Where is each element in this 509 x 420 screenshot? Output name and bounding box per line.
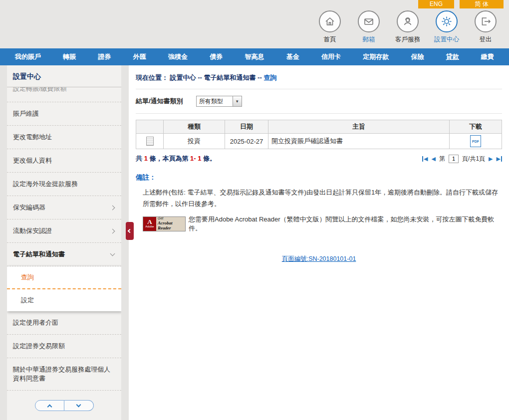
page-id: 頁面編號:SN-20180101-01 (282, 255, 356, 262)
sidebar-item-security-token[interactable]: 保安編碼器 (7, 196, 121, 219)
customer-service-label: 客戶服務 (395, 35, 420, 44)
nav-item-fx[interactable]: 外匯 (133, 52, 146, 61)
page-id-row: 頁面編號:SN-20180101-01 (136, 254, 502, 263)
date-cell: 2025-02-27 (225, 134, 268, 149)
nav-item-bonds[interactable]: 債券 (210, 52, 223, 61)
dropdown-arrow-icon[interactable]: ▼ (233, 96, 242, 106)
language-english-button[interactable]: ENG (418, 0, 454, 8)
record-range: 1- 1 (190, 155, 201, 162)
breadcrumb-text: 現在位置： 設置中心 -- 電子結單和通知書 -- (136, 74, 263, 81)
nav-item-my-accounts[interactable]: 我的賬戶 (15, 52, 41, 61)
adobe-logo: A Adobe (143, 217, 156, 231)
summary-row: 共 1 條，本頁為第 1- 1 條。 ◀ ◀ 第 頁/共1頁 ▶ ▶ (136, 154, 502, 163)
submenu-item-enquiry[interactable]: 查詢 (7, 266, 121, 289)
logout-icon-circle (475, 10, 497, 32)
statement-type-label: 結單/通知書類別 (136, 97, 183, 106)
nav-item-securities[interactable]: 證券 (98, 52, 111, 61)
next-page-icon[interactable]: ▶ (489, 156, 493, 162)
language-simplified-button[interactable]: 简 体 (460, 0, 504, 8)
chevron-left-icon (128, 229, 132, 233)
chevron-right-icon (110, 228, 115, 233)
pagination: ◀ ◀ 第 頁/共1頁 ▶ ▶ (422, 155, 502, 163)
adobe-instruction-text: 您需要用Adobe Acrobat Reader（繁體中文版）閱覽以上的文件檔案… (189, 215, 502, 233)
breadcrumb: 現在位置： 設置中心 -- 電子結單和通知書 -- 查詢 (136, 65, 502, 82)
last-page-icon[interactable]: ▶ (497, 156, 502, 162)
page-number-input[interactable] (449, 155, 459, 163)
sidebar-item-ui-settings[interactable]: 設定使用者介面 (7, 311, 121, 335)
nav-item-mpf[interactable]: 強積金 (168, 52, 188, 61)
sidebar-item-mobile-authentication[interactable]: 流動保安認證 (7, 219, 121, 243)
home-label: 首頁 (324, 35, 336, 44)
chevron-right-icon (110, 205, 115, 210)
nav-item-credit-card[interactable]: 信用卡 (321, 52, 341, 61)
mailbox-icon-circle (358, 10, 380, 32)
divider (136, 89, 502, 89)
sidebar-scroll-down-button[interactable] (64, 400, 94, 411)
sidebar-item-account-maintenance[interactable]: 賬戶維護 (7, 102, 121, 126)
statement-table: 種類 日期 主旨 下載 投資 2025-02-27 開立投資賬戶確認通知書 PD… (136, 120, 502, 149)
sidebar-item-change-email[interactable]: 更改電郵地址 (7, 126, 121, 149)
customer-service-icon-circle (397, 10, 419, 32)
home-nav-item[interactable]: 首頁 (314, 10, 345, 44)
adobe-acrobat-badge[interactable]: A Adobe Get Acrobat Reader (143, 216, 186, 231)
submenu-item-settings[interactable]: 設定 (7, 289, 121, 311)
sidebar-collapse-tab[interactable] (126, 222, 134, 240)
estatement-submenu: 查詢 設定 (7, 266, 121, 311)
remarks-block: 上述郵件(包括: 電子結單、交易指示記錄及通知書等文件)由發出日起計算只保留1年… (136, 187, 502, 233)
nav-item-time-deposit[interactable]: 定期存款 (363, 52, 389, 61)
chevron-down-icon (110, 251, 115, 256)
chevron-up-icon (47, 404, 52, 409)
customer-service-nav-item[interactable]: 客戶服務 (392, 10, 423, 44)
filter-row: 結單/通知書類別 所有類型 ▼ (136, 96, 502, 107)
sidebar-item-overseas-withdrawal[interactable]: 設定海外現金提款服務 (7, 173, 121, 196)
logout-icon (480, 15, 492, 27)
subject-cell: 開立投資賬戶確認通知書 (268, 134, 450, 149)
nav-item-bill-payment[interactable]: 繳費 (481, 52, 494, 61)
divider (136, 113, 502, 114)
main-panel: 現在位置： 設置中心 -- 電子結單和通知書 -- 查詢 結單/通知書類別 所有… (129, 65, 509, 420)
total-count: 1 (144, 155, 148, 162)
customer-service-icon (402, 15, 414, 27)
adobe-badge-text: Get Acrobat Reader (156, 217, 185, 231)
table-row: 投資 2025-02-27 開立投資賬戶確認通知書 PDF (136, 134, 502, 149)
quick-icon-row: 首頁 郵箱 客戶服務 (314, 10, 501, 44)
nav-item-transfer[interactable]: 轉賬 (63, 52, 76, 61)
remarks-text: 上述郵件(包括: 電子結單、交易指示記錄及通知書等文件)由發出日起計算只保留1年… (143, 187, 502, 210)
content-area: 設置中心 設定轉賬/繳費限額 賬戶維護 更改電郵地址 更改個人資料 設定海外現金… (0, 65, 509, 420)
logout-label: 登出 (480, 35, 492, 44)
record-count-text: 共 1 條，本頁為第 1- 1 條。 (136, 154, 216, 163)
nav-item-funds[interactable]: 基金 (286, 52, 299, 61)
table-header-row: 種類 日期 主旨 下載 (136, 120, 502, 134)
sidebar-scroll-up-button[interactable] (35, 400, 64, 411)
sidebar: 設置中心 設定轉賬/繳費限額 賬戶維護 更改電郵地址 更改個人資料 設定海外現金… (7, 65, 121, 420)
home-icon (324, 15, 336, 27)
sidebar-item-change-personal-info[interactable]: 更改個人資料 (7, 149, 121, 173)
pdf-download-icon[interactable]: PDF (470, 135, 481, 147)
settings-center-nav-item[interactable]: 設置中心 (431, 10, 462, 44)
nav-item-smart-interest[interactable]: 智高息 (245, 52, 264, 61)
header-date: 日期 (225, 120, 268, 134)
logout-nav-item[interactable]: 登出 (470, 10, 501, 44)
mailbox-label: 郵箱 (363, 35, 375, 44)
nav-item-insurance[interactable]: 保險 (411, 52, 424, 61)
page-label: 第 (439, 155, 445, 163)
dropdown-selected-value: 所有類型 (197, 97, 233, 106)
document-icon-cell (136, 134, 164, 149)
first-page-icon[interactable]: ◀ (422, 156, 428, 162)
home-icon-circle (319, 10, 341, 32)
sidebar-item-securities-trading-limit[interactable]: 設定證券交易限額 (7, 335, 121, 358)
mailbox-nav-item[interactable]: 郵箱 (353, 10, 384, 44)
sidebar-item-transfer-limits[interactable]: 設定轉賬/繳費限額 (7, 87, 121, 102)
statement-type-dropdown[interactable]: 所有類型 ▼ (196, 96, 242, 107)
breadcrumb-link-enquiry[interactable]: 查詢 (263, 74, 276, 81)
header-download: 下載 (450, 120, 502, 134)
sidebar-scroll-controls (35, 400, 94, 411)
sidebar-item-china-connect-consent[interactable]: 關於中華通證券交易服務處理個人資料同意書 (7, 358, 121, 391)
sidebar-item-estatement[interactable]: 電子結單和通知書 (7, 243, 121, 266)
download-cell: PDF (450, 134, 502, 149)
nav-item-loans[interactable]: 貸款 (446, 52, 459, 61)
page-total-label: 頁/共1頁 (462, 155, 485, 163)
mail-icon (363, 15, 375, 27)
type-cell: 投資 (164, 134, 225, 149)
prev-page-icon[interactable]: ◀ (432, 156, 436, 162)
